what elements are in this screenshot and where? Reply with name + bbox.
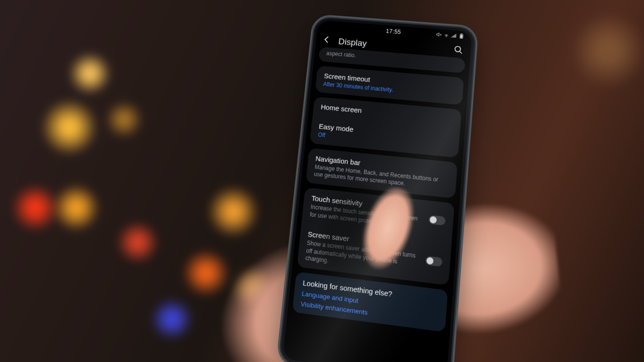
chevron-left-icon bbox=[322, 35, 332, 44]
status-time: 17:55 bbox=[386, 28, 401, 35]
svg-rect-1 bbox=[461, 33, 462, 34]
toggle-screen-saver[interactable] bbox=[425, 256, 442, 267]
card-home-easy: Home screen Easy mode Off bbox=[310, 97, 461, 158]
search-icon bbox=[453, 45, 463, 55]
battery-icon bbox=[458, 33, 464, 39]
toggle-touch-sensitivity[interactable] bbox=[428, 215, 446, 226]
settings-list: aspect ratio. Screen timeout After 30 mi… bbox=[288, 46, 470, 333]
status-icons bbox=[436, 32, 464, 39]
wifi-icon bbox=[443, 32, 449, 38]
signal-icon bbox=[451, 33, 457, 38]
svg-rect-2 bbox=[461, 35, 463, 38]
search-button[interactable] bbox=[453, 45, 464, 56]
back-button[interactable] bbox=[322, 35, 332, 46]
mute-icon bbox=[436, 32, 442, 38]
